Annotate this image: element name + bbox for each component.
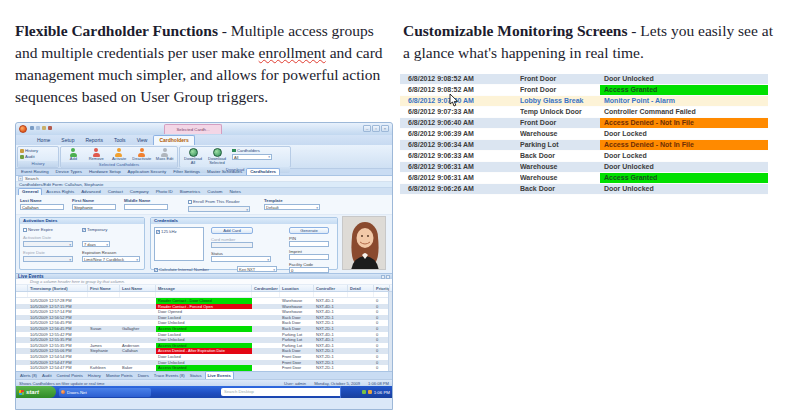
event-row[interactable]: 6/8/2012 9:06:33 AMBack DoorDoor Locked	[400, 151, 768, 162]
maximize-button[interactable]: ▫	[372, 125, 380, 132]
generate-button[interactable]: Generate	[289, 227, 329, 234]
view-tab-audit[interactable]: Audit	[40, 372, 54, 379]
grid-scrollbar[interactable]	[388, 292, 392, 371]
module-tab-device-types[interactable]: Device Types	[53, 169, 85, 175]
credential-list-item[interactable]: 125 kHz	[155, 228, 203, 235]
temporary-days-dropdown[interactable]: 7 days	[82, 241, 110, 247]
credential-item-checkbox[interactable]	[156, 230, 160, 234]
grid-filter-cell[interactable]	[348, 292, 374, 297]
event-row[interactable]: 6/8/2012 9:06:31 AMWarehouseDoor Unlocke…	[400, 162, 768, 173]
never-expire-row: Never Expire	[23, 227, 53, 232]
view-tab-monitor-points[interactable]: Monitor Points	[104, 372, 135, 379]
cardholders-filter-dropdown[interactable]: All	[232, 154, 272, 160]
grid-col-last-name[interactable]: Last Name	[120, 285, 156, 291]
enroll-reader-dropdown[interactable]	[188, 206, 250, 212]
close-panel-icon[interactable]	[386, 275, 390, 279]
expire-date-dropdown[interactable]	[23, 256, 73, 262]
grid-col-detail[interactable]: Detail	[348, 285, 374, 291]
view-tab-history[interactable]: History	[86, 372, 103, 379]
event-row[interactable]: 6/8/2012 9:06:26 AMBack DoorDoor Unlocke…	[400, 184, 768, 195]
card-format-dropdown[interactable]: Keri NXT	[237, 266, 277, 272]
live-event-row[interactable]: 10/5/2009 12:54:47 PMKathleenBakerAccess…	[16, 365, 392, 371]
event-row[interactable]: 6/8/2012 9:06:39 AMWarehouseDoor Locked	[400, 129, 768, 140]
ribbon-tab-cardholders[interactable]: Cardholders	[153, 135, 194, 145]
grid-col-controller[interactable]: Controller	[314, 285, 348, 291]
grid-filter-cell[interactable]	[120, 292, 156, 297]
status-dropdown[interactable]	[211, 256, 271, 262]
minimize-button[interactable]: –	[363, 125, 371, 132]
grid-col-location[interactable]: Location	[280, 285, 314, 291]
tray-icon-1[interactable]	[362, 390, 366, 394]
grid-col-priority[interactable]: Priority	[374, 285, 390, 291]
middle-name-field[interactable]	[124, 204, 168, 210]
never-expire-checkbox[interactable]	[23, 228, 27, 232]
form-tab-general[interactable]: General	[18, 188, 42, 195]
facility-code-field[interactable]: 0	[289, 267, 329, 273]
grid-filter-cell[interactable]	[156, 292, 252, 297]
event-row[interactable]: 6/8/2012 9:06:34 AMParking LotAccess Den…	[400, 140, 768, 151]
module-tab-hardware-setup[interactable]: Hardware Setup	[86, 169, 124, 175]
download-selected-button[interactable]: Download Selected	[206, 148, 228, 166]
grid-col-timestamp-sorted[interactable]: Timestamp (Sorted)	[28, 285, 88, 291]
view-tab-doors[interactable]: Doors	[136, 372, 151, 379]
calculate-internal-checkbox[interactable]	[154, 268, 158, 272]
view-tab-live-events[interactable]: Live Events	[205, 371, 234, 379]
last-name-field[interactable]: Callahan	[20, 204, 64, 210]
remove-button[interactable]: Remove	[86, 148, 107, 161]
view-tab-alerts-8[interactable]: Alerts (8)	[18, 372, 39, 379]
view-tab-status[interactable]: Status	[188, 372, 204, 379]
activate-button[interactable]: Activate	[109, 148, 130, 161]
ribbon-tab-setup[interactable]: Setup	[56, 136, 79, 145]
grid-filter-cell[interactable]	[28, 292, 88, 297]
activation-date-dropdown[interactable]	[23, 241, 73, 247]
grid-col-message[interactable]: Message	[156, 285, 252, 291]
audit-button[interactable]: Audit	[20, 154, 38, 159]
event-row[interactable]: 6/8/2012 9:08:52 AMFront DoorDoor Unlock…	[400, 74, 768, 85]
module-tab-master-schedules[interactable]: Master Schedules	[204, 169, 245, 175]
module-tab-application-security[interactable]: Application Security	[125, 169, 170, 175]
pin-panel-icon[interactable]	[381, 275, 385, 279]
imprint-field[interactable]	[289, 254, 329, 260]
start-button[interactable]: start	[16, 386, 56, 398]
temporary-checkbox[interactable]	[82, 228, 86, 232]
module-tab-cardholders[interactable]: Cardholders	[246, 168, 280, 175]
download-all-button[interactable]: Download All	[182, 148, 204, 166]
pin-field[interactable]	[289, 241, 329, 247]
grid-col-first-name[interactable]: First Name	[88, 285, 120, 291]
ribbon-tab-view[interactable]: View	[132, 136, 153, 145]
ribbon-tab-tools[interactable]: Tools	[109, 136, 131, 145]
grid-filter-cell[interactable]	[88, 292, 120, 297]
first-name-field[interactable]: Stephanie	[72, 204, 116, 210]
view-tab-control-points[interactable]: Control Points	[55, 372, 85, 379]
deactivate-button[interactable]: Deactivate	[131, 148, 152, 161]
add-card-button[interactable]: Add Card	[211, 227, 253, 234]
template-dropdown[interactable]: Default	[264, 204, 320, 210]
history-button[interactable]: History	[20, 148, 38, 153]
expiration-reason-dropdown[interactable]: Limit/New 7 Cardblock	[82, 256, 140, 262]
grid-col-select[interactable]	[16, 285, 28, 291]
event-row[interactable]: 6/8/2012 9:07:33 AMTemp Unlock DoorContr…	[400, 107, 768, 118]
ribbon-tab-home[interactable]: Home	[32, 136, 55, 145]
view-tab-trace-events-8[interactable]: Trace Events (8)	[152, 372, 187, 379]
ribbon-tab-reports[interactable]: Reports	[80, 136, 108, 145]
search-label[interactable]: Search	[25, 176, 39, 181]
card-number-field[interactable]	[211, 242, 253, 248]
close-search-icon[interactable]: ×	[18, 176, 23, 181]
close-button[interactable]: ×	[381, 125, 389, 132]
grid-filter-cell[interactable]	[252, 292, 280, 297]
add-button[interactable]: Add	[63, 148, 84, 161]
taskbar-task-doors-net[interactable]: Doors.Net	[59, 388, 151, 397]
grid-filter-cell[interactable]	[280, 292, 314, 297]
credentials-listbox[interactable]: 125 kHz	[154, 227, 204, 261]
desktop-search-input[interactable]: Search Desktop	[221, 388, 356, 396]
enroll-from-reader-checkbox[interactable]	[188, 200, 192, 204]
event-row[interactable]: 6/8/2012 9:06:31 AMWarehouseAccess Grant…	[400, 173, 768, 184]
module-tab-filter-settings[interactable]: Filter Settings	[170, 169, 203, 175]
module-tab-event-routing[interactable]: Event Routing	[18, 169, 52, 175]
grid-filter-cell[interactable]	[16, 292, 28, 297]
tray-icon-2[interactable]	[368, 390, 372, 394]
event-row[interactable]: 6/8/2012 9:06:40 AMFront DoorAccess Deni…	[400, 118, 768, 129]
grid-col-cardnumber[interactable]: Cardnumber	[252, 285, 280, 291]
grid-filter-cell[interactable]	[314, 292, 348, 297]
mass-edit-button[interactable]: Mass Edit	[154, 148, 175, 161]
